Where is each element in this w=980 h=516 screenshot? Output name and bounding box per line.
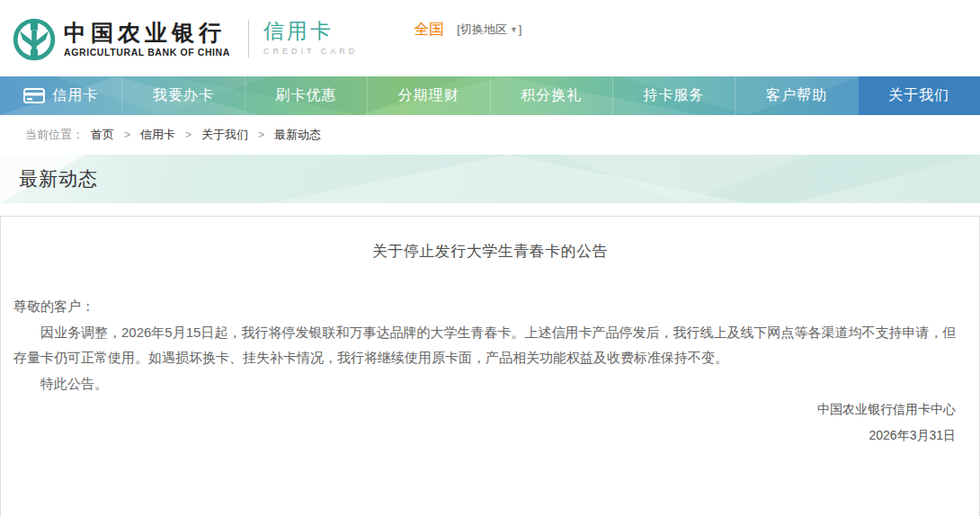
breadcrumb-separator: > <box>185 129 192 141</box>
header-divider <box>248 20 249 58</box>
main-nav: 信用卡 我要办卡 刷卡优惠 分期理财 积分换礼 持卡服务 客户帮助 关于我们 <box>0 76 980 115</box>
breadcrumb-link-home[interactable]: 首页 <box>91 127 114 143</box>
article-container: 关于停止发行大学生青春卡的公告 尊敬的客户： 因业务调整，2026年5月15日起… <box>0 216 980 516</box>
nav-item-about-us[interactable]: 关于我们 <box>858 76 980 115</box>
signature-name: 中国农业银行信用卡中心 <box>13 396 956 423</box>
nav-item-label: 客户帮助 <box>766 86 827 105</box>
nav-item-installment[interactable]: 分期理财 <box>367 76 489 115</box>
breadcrumb-link-about-us[interactable]: 关于我们 <box>201 127 248 143</box>
breadcrumb-link-credit-card[interactable]: 信用卡 <box>140 127 175 143</box>
nav-item-card-offers[interactable]: 刷卡优惠 <box>245 76 367 115</box>
switch-region-text: [切换地区 <box>457 22 507 38</box>
nav-item-label: 持卡服务 <box>644 86 705 105</box>
bank-logotype: 中国农业银行 AGRICULTURAL BANK OF CHINA <box>64 20 230 58</box>
breadcrumb-link-latest-news[interactable]: 最新动态 <box>274 127 321 143</box>
nav-item-label: 刷卡优惠 <box>275 86 336 105</box>
signature-block: 中国农业银行信用卡中心 2026年3月31日 <box>13 396 967 448</box>
nav-item-customer-help[interactable]: 客户帮助 <box>735 76 857 115</box>
switch-region-bracket: ] <box>519 22 522 36</box>
current-region-label: 全国 <box>414 19 444 40</box>
page-title: 最新动态 <box>19 166 98 191</box>
breadcrumb-prefix: 当前位置： <box>25 127 84 143</box>
breadcrumb-separator: > <box>258 129 264 141</box>
signature-date: 2026年3月31日 <box>13 423 956 449</box>
nav-item-label: 信用卡 <box>52 86 98 105</box>
credit-card-brand: 信用卡 CREDIT CARD <box>263 19 358 56</box>
salutation: 尊敬的客户： <box>13 294 967 320</box>
nav-item-points-gifts[interactable]: 积分换礼 <box>490 76 612 115</box>
announcement-closing: 特此公告。 <box>13 371 967 397</box>
page-banner: 最新动态 <box>0 155 980 203</box>
nav-item-label: 我要办卡 <box>153 86 214 105</box>
bank-name-cn: 中国农业银行 <box>64 20 230 45</box>
product-name-en: CREDIT CARD <box>263 47 358 56</box>
nav-item-apply-card[interactable]: 我要办卡 <box>121 76 244 115</box>
product-name-cn: 信用卡 <box>263 19 358 42</box>
bank-name-en: AGRICULTURAL BANK OF CHINA <box>64 47 230 58</box>
announcement-body: 尊敬的客户： 因业务调整，2026年5月15日起，我行将停发银联和万事达品牌的大… <box>13 294 967 448</box>
nav-item-label: 分期理财 <box>398 86 459 105</box>
announcement-paragraph: 因业务调整，2026年5月15日起，我行将停发银联和万事达品牌的大学生青春卡。上… <box>13 320 967 371</box>
region-selector: 全国 [切换地区▼] <box>414 19 521 40</box>
chevron-down-icon: ▼ <box>510 25 518 34</box>
breadcrumb-separator: > <box>124 129 130 141</box>
nav-item-label: 积分换礼 <box>521 86 582 105</box>
switch-region-link[interactable]: [切换地区▼] <box>457 22 521 38</box>
site-header: 中国农业银行 AGRICULTURAL BANK OF CHINA 信用卡 CR… <box>0 0 980 76</box>
credit-card-icon <box>23 88 45 103</box>
breadcrumb: 当前位置： 首页 > 信用卡 > 关于我们 > 最新动态 <box>0 115 980 155</box>
banner-polygon-texture <box>0 155 980 203</box>
abc-bank-logo-icon <box>13 18 56 61</box>
bank-logo-link[interactable]: 中国农业银行 AGRICULTURAL BANK OF CHINA <box>13 16 230 61</box>
announcement-title: 关于停止发行大学生青春卡的公告 <box>13 217 967 262</box>
nav-item-credit-card[interactable]: 信用卡 <box>0 76 121 115</box>
nav-item-label: 关于我们 <box>888 86 949 105</box>
nav-item-cardholder-service[interactable]: 持卡服务 <box>612 76 735 115</box>
